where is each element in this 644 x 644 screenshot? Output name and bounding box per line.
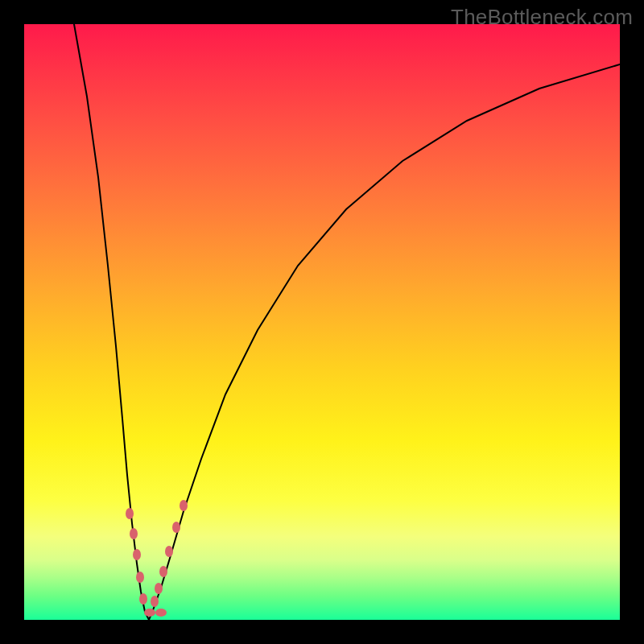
data-marker [155,609,167,617]
data-marker [165,546,173,557]
data-marker [180,500,188,511]
plot-area [24,24,620,620]
curve-left-branch [74,24,149,620]
data-marker [126,508,134,519]
markers-group [126,500,188,617]
data-marker [136,572,144,583]
data-marker [133,549,141,560]
data-marker [172,522,180,533]
data-marker [159,566,167,577]
chart-svg [24,24,620,620]
data-marker [139,593,147,605]
curve-right-branch [149,64,620,620]
data-marker [144,609,155,617]
data-marker [151,596,159,607]
data-marker [155,583,163,594]
watermark-label: TheBottleneck.com [451,5,633,30]
data-marker [130,528,138,539]
chart-frame: TheBottleneck.com [0,0,644,644]
